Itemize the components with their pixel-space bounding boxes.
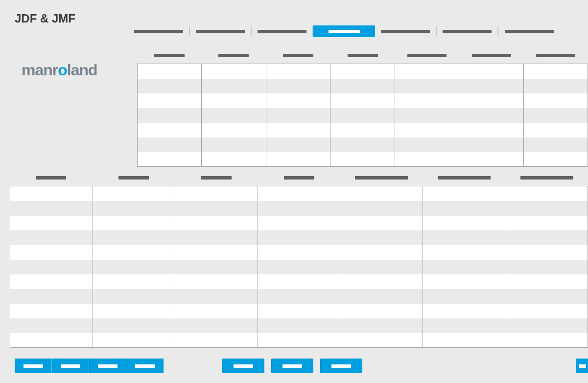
- table-cell[interactable]: [340, 289, 423, 304]
- table-cell[interactable]: [175, 260, 258, 274]
- column-header[interactable]: [202, 49, 266, 62]
- table-cell[interactable]: [340, 186, 423, 201]
- table-cell[interactable]: [340, 245, 423, 260]
- table-cell[interactable]: [330, 93, 394, 108]
- table-cell[interactable]: [10, 260, 93, 274]
- table-cell[interactable]: [138, 123, 201, 137]
- table-cell[interactable]: [524, 137, 588, 152]
- column-header[interactable]: [523, 49, 588, 62]
- table-cell[interactable]: [330, 79, 394, 93]
- table-cell[interactable]: [93, 201, 175, 216]
- table-cell[interactable]: [258, 318, 340, 333]
- table-cell[interactable]: [175, 274, 258, 289]
- table-cell[interactable]: [505, 333, 588, 348]
- table-cell[interactable]: [459, 108, 523, 123]
- table-cell[interactable]: [395, 108, 459, 123]
- table-cell[interactable]: [459, 152, 523, 167]
- table-cell[interactable]: [459, 64, 523, 79]
- table-cell[interactable]: [258, 304, 340, 318]
- table-cell[interactable]: [423, 274, 505, 289]
- table-cell[interactable]: [524, 108, 588, 123]
- toolbar-button-left-2[interactable]: [89, 359, 126, 373]
- table-cell[interactable]: [459, 79, 523, 93]
- table-cell[interactable]: [423, 201, 505, 216]
- column-header[interactable]: [423, 171, 506, 184]
- toolbar-button-mid-1[interactable]: [271, 359, 313, 373]
- table-cell[interactable]: [340, 230, 423, 245]
- table-cell[interactable]: [505, 245, 588, 260]
- table-cell[interactable]: [423, 186, 505, 201]
- table-cell[interactable]: [138, 152, 201, 167]
- table-cell[interactable]: [258, 274, 340, 289]
- table-cell[interactable]: [175, 333, 258, 348]
- column-header[interactable]: [10, 171, 93, 184]
- toolbar-button-mid-2[interactable]: [320, 359, 362, 373]
- table-cell[interactable]: [138, 79, 201, 93]
- table-cell[interactable]: [330, 137, 394, 152]
- table-cell[interactable]: [266, 137, 330, 152]
- table-cell[interactable]: [258, 216, 340, 230]
- table-cell[interactable]: [202, 64, 265, 79]
- button-right-edge[interactable]: [576, 359, 588, 373]
- top-tab-2[interactable]: [252, 26, 313, 36]
- table-cell[interactable]: [202, 79, 265, 93]
- top-tab-3[interactable]: [313, 25, 375, 37]
- table-cell[interactable]: [340, 274, 423, 289]
- top-tab-1[interactable]: [190, 26, 252, 36]
- table-cell[interactable]: [423, 289, 505, 304]
- table-cell[interactable]: [202, 152, 265, 167]
- table-cell[interactable]: [175, 304, 258, 318]
- column-header[interactable]: [395, 49, 459, 62]
- table-cell[interactable]: [266, 123, 330, 137]
- table-cell[interactable]: [10, 186, 93, 201]
- table-cell[interactable]: [395, 123, 459, 137]
- table-cell[interactable]: [202, 123, 265, 137]
- table-cell[interactable]: [395, 79, 459, 93]
- table-cell[interactable]: [93, 274, 175, 289]
- column-header[interactable]: [505, 171, 588, 184]
- table-cell[interactable]: [93, 245, 175, 260]
- toolbar-button-left-0[interactable]: [15, 359, 52, 373]
- table-cell[interactable]: [330, 64, 394, 79]
- toolbar-button-left-1[interactable]: [52, 359, 89, 373]
- table-cell[interactable]: [10, 201, 93, 216]
- table-cell[interactable]: [395, 152, 459, 167]
- column-header[interactable]: [137, 49, 202, 62]
- table-cell[interactable]: [505, 274, 588, 289]
- table-cell[interactable]: [258, 260, 340, 274]
- table-cell[interactable]: [505, 186, 588, 201]
- table-cell[interactable]: [138, 108, 201, 123]
- table-cell[interactable]: [266, 108, 330, 123]
- table-cell[interactable]: [258, 201, 340, 216]
- table-cell[interactable]: [175, 201, 258, 216]
- table-cell[interactable]: [524, 152, 588, 167]
- toolbar-button-mid-0[interactable]: [222, 359, 264, 373]
- table-cell[interactable]: [175, 289, 258, 304]
- table-cell[interactable]: [505, 260, 588, 274]
- table-cell[interactable]: [423, 304, 505, 318]
- table-cell[interactable]: [423, 245, 505, 260]
- table-cell[interactable]: [10, 245, 93, 260]
- column-header[interactable]: [330, 49, 395, 62]
- table-cell[interactable]: [423, 333, 505, 348]
- table-cell[interactable]: [395, 64, 459, 79]
- table-cell[interactable]: [138, 93, 201, 108]
- table-cell[interactable]: [93, 230, 175, 245]
- table-cell[interactable]: [258, 333, 340, 348]
- table-cell[interactable]: [202, 108, 265, 123]
- table-cell[interactable]: [459, 123, 523, 137]
- table-cell[interactable]: [340, 318, 423, 333]
- table-cell[interactable]: [93, 289, 175, 304]
- column-header[interactable]: [258, 171, 340, 184]
- table-cell[interactable]: [10, 304, 93, 318]
- table-cell[interactable]: [330, 108, 394, 123]
- table-cell[interactable]: [340, 333, 423, 348]
- table-cell[interactable]: [266, 79, 330, 93]
- table-cell[interactable]: [505, 289, 588, 304]
- column-header[interactable]: [175, 171, 258, 184]
- table-cell[interactable]: [175, 216, 258, 230]
- table-cell[interactable]: [505, 230, 588, 245]
- table-cell[interactable]: [138, 137, 201, 152]
- table-cell[interactable]: [258, 186, 340, 201]
- table-cell[interactable]: [10, 318, 93, 333]
